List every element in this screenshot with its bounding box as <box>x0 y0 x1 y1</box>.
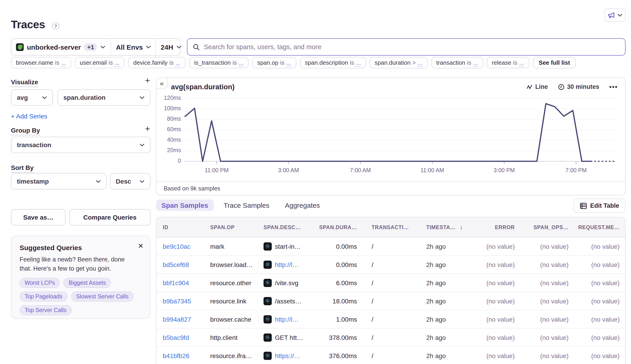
timestamp-link[interactable]: 2h ago <box>426 242 446 250</box>
whats-new-button[interactable] <box>604 8 625 22</box>
chevron-down-icon <box>140 143 145 146</box>
y-axis-tick-label: 100ms <box>157 105 181 112</box>
filter-chip-span.description[interactable]: span.descriptionis... <box>300 57 366 68</box>
chart-type-toggle[interactable]: Line <box>527 83 548 90</box>
react-icon: ⚛ <box>263 333 272 342</box>
search-placeholder: Search for spans, users, tags, and more <box>204 43 322 50</box>
sort-field-value: timestamp <box>17 178 49 185</box>
timestamp-link[interactable]: 2h ago <box>426 316 446 323</box>
filter-chip-value: ... <box>356 59 361 66</box>
suggested-query-chip[interactable]: Top Pageloads <box>20 292 67 302</box>
column-header: ERROR <box>472 224 518 230</box>
react-icon: ⚛ <box>263 315 272 323</box>
suggested-query-chip[interactable]: Top Server Calls <box>20 305 71 315</box>
filter-chip-span.duration[interactable]: span.duration>... <box>370 57 427 68</box>
field-select[interactable]: span.duration <box>58 89 150 106</box>
filter-chip-key: device.family <box>133 59 168 66</box>
collapse-sidebar-icon[interactable]: « <box>156 78 168 89</box>
cell-span-duration: 1.00ms <box>317 316 361 323</box>
suggested-query-chip[interactable]: Worst LCPs <box>20 278 60 288</box>
filter-chip-op: is <box>232 59 237 66</box>
y-axis-tick-label: 120ms <box>157 95 181 101</box>
span-id-link[interactable]: b5bac9fd <box>163 334 189 341</box>
span-id-link[interactable]: b41bfb26 <box>163 352 189 359</box>
cell-transaction: / <box>361 352 419 359</box>
project-selector[interactable]: unborked-server +1 <box>12 39 110 55</box>
date-range-label: 24H <box>161 43 173 51</box>
filter-chip-key: transaction <box>436 59 465 66</box>
cell-span-op: resource.link <box>210 297 263 304</box>
compare-queries-button[interactable]: Compare Queries <box>69 209 150 226</box>
see-full-list-button[interactable]: See full list <box>533 57 576 68</box>
span-description-text[interactable]: https://… <box>275 352 300 359</box>
table-row[interactable]: b41bfb26resource.ifra…⚛https://…376.00ms… <box>156 347 625 364</box>
cell-request-method: (no value) <box>572 279 623 286</box>
filter-chip-op: > <box>412 59 416 66</box>
suggested-query-chip[interactable]: Biggest Assets <box>64 278 111 288</box>
timestamp-link[interactable]: 2h ago <box>426 334 446 341</box>
help-icon[interactable]: ? <box>52 22 59 30</box>
tab-span-samples[interactable]: Span Samples <box>156 200 214 211</box>
edit-table-button[interactable]: Edit Table <box>574 199 625 213</box>
close-icon[interactable]: ✕ <box>138 242 144 250</box>
filter-chip-key: span.description <box>305 59 348 66</box>
chart-overflow-menu-icon[interactable]: ••• <box>609 83 618 91</box>
filter-chip-span.op[interactable]: span.opis... <box>252 57 296 68</box>
cell-span-ops: (no value) <box>518 261 572 268</box>
aggregate-select[interactable]: avg <box>11 89 53 106</box>
project-extra-badge: +1 <box>84 43 97 51</box>
filter-chip-value: ... <box>115 59 120 66</box>
cell-span-description: ⚛start-in… <box>263 242 317 250</box>
line-chart[interactable] <box>185 98 616 167</box>
sort-desc-icon[interactable]: ↓ <box>458 224 463 230</box>
add-series-button[interactable]: + Add Series <box>11 112 48 120</box>
chevron-down-icon <box>100 45 105 48</box>
filter-chip-user.email[interactable]: user.emailis... <box>75 57 125 68</box>
filter-chip-device.family[interactable]: device.familyis... <box>128 57 186 68</box>
project-name: unborked-server <box>27 43 81 51</box>
date-range-selector[interactable]: 24H <box>156 39 186 55</box>
cell-transaction: / <box>361 316 419 323</box>
cell-span-description: ⚛/assets… <box>263 297 317 305</box>
filter-chip-transaction[interactable]: transactionis... <box>431 57 483 68</box>
group-by-select[interactable]: transaction <box>11 137 150 153</box>
spring-leaf-icon <box>16 43 24 51</box>
table-row[interactable]: bbf1c904resource.other⚛/vite.svg6.00ms/2… <box>156 274 625 292</box>
span-id-link[interactable]: bd5cef68 <box>163 261 189 268</box>
cell-span-ops: (no value) <box>518 242 572 250</box>
timestamp-link[interactable]: 2h ago <box>426 261 446 268</box>
table-row[interactable]: b994a827browser.cache⚛http://l…1.00ms/2h… <box>156 310 625 328</box>
search-input[interactable]: Search for spans, users, tags, and more <box>187 38 625 56</box>
span-id-link[interactable]: be9c10ac <box>163 242 190 250</box>
x-axis-tick-label: 7:00 AM <box>350 167 371 174</box>
timestamp-link[interactable]: 2h ago <box>426 352 446 359</box>
sort-direction-select[interactable]: Desc <box>110 173 150 190</box>
table-row[interactable]: be9c10acmark⚛start-in…0.00ms/2h ago(no v… <box>156 237 625 256</box>
suggested-query-chip[interactable]: Slowest Server Calls <box>71 292 134 302</box>
save-as-button[interactable]: Save as… <box>11 209 66 226</box>
cell-span-description: ⚛http://l… <box>263 315 317 323</box>
interval-selector[interactable]: 30 minutes <box>558 83 599 90</box>
span-id-link[interactable]: b9ba7345 <box>163 297 191 304</box>
span-description-text[interactable]: http://l… <box>275 261 299 268</box>
add-visualize-icon[interactable]: + <box>145 78 150 84</box>
environment-selector[interactable]: All Envs <box>111 39 155 55</box>
tab-trace-samples[interactable]: Trace Samples <box>218 200 275 211</box>
span-description-text[interactable]: http://l… <box>275 316 299 323</box>
timestamp-link[interactable]: 2h ago <box>426 297 446 304</box>
table-row[interactable]: b5bac9fdhttp.client⚛GET htt…378.00ms/2h … <box>156 328 625 347</box>
filter-chip-is_transaction[interactable]: is_transactionis... <box>189 57 249 68</box>
tab-aggregates[interactable]: Aggregates <box>279 200 325 211</box>
sort-field-select[interactable]: timestamp <box>11 173 107 190</box>
cell-transaction: / <box>361 242 419 250</box>
line-chart-icon <box>527 84 532 89</box>
react-icon: ⚛ <box>263 260 272 268</box>
span-id-link[interactable]: bbf1c904 <box>163 279 189 286</box>
timestamp-link[interactable]: 2h ago <box>426 279 446 286</box>
span-id-link[interactable]: b994a827 <box>163 316 191 323</box>
filter-chip-release[interactable]: releaseis... <box>487 57 529 68</box>
table-row[interactable]: b9ba7345resource.link⚛/assets…18.00ms/2h… <box>156 292 625 310</box>
add-group-by-icon[interactable]: + <box>145 126 150 132</box>
table-row[interactable]: bd5cef68browser.load…⚛http://l…0.00ms/2h… <box>156 256 625 274</box>
filter-chip-browser.name[interactable]: browser.nameis... <box>11 57 71 68</box>
